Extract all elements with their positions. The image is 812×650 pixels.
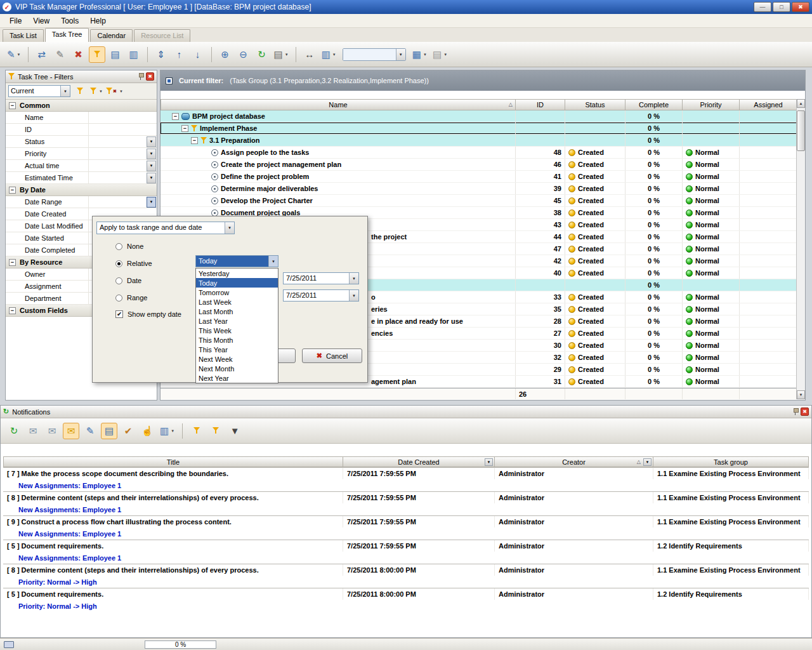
column-header-status[interactable]: Status [565, 99, 625, 110]
filter-row-estimated-time[interactable]: Estimated Time▼ [6, 172, 157, 184]
list-item-next-month[interactable]: Next Month [196, 364, 278, 373]
filter-row-value[interactable]: ▼ [89, 160, 157, 171]
checkbox-checked-icon[interactable]: ✔ [115, 310, 123, 318]
move-task-button[interactable]: ⇄ [34, 46, 50, 63]
task-row[interactable]: Create the project management plan46Crea… [160, 159, 797, 171]
list-item-this-month[interactable]: This Month [196, 335, 278, 345]
list-item-this-week[interactable]: This Week [196, 326, 278, 335]
move-down-button[interactable]: ↓ [190, 46, 206, 63]
filter-button[interactable] [188, 423, 205, 439]
filter-check-icon[interactable] [166, 77, 173, 84]
dropdown-arrow-icon[interactable]: ▼ [60, 86, 70, 96]
apply-filter-button[interactable] [73, 85, 87, 98]
dropdown-arrow-icon[interactable]: ▼ [225, 222, 234, 234]
collapse-icon[interactable]: − [9, 102, 16, 109]
clear-filter-button[interactable] [207, 423, 224, 439]
list-item-last-week[interactable]: Last Week [196, 297, 278, 307]
notification-row[interactable]: [ 5 ] Document requirements.7/25/2011 8:… [3, 588, 809, 600]
dropdown-arrow-icon[interactable]: ▼ [147, 173, 156, 183]
menu-view[interactable]: View [27, 15, 55, 27]
radio-option-range[interactable]: Range [115, 293, 147, 302]
task-row[interactable]: Determine major deliverables39Created0 %… [160, 183, 797, 195]
open-message-button[interactable]: ✉ [63, 423, 79, 439]
relative-period-combo[interactable]: Today ▼ [195, 255, 278, 267]
filter-row-priority[interactable]: Priority▼ [6, 148, 157, 160]
task-row[interactable]: Assign people to the tasks48Created0 %No… [160, 147, 797, 159]
collapse-icon[interactable]: − [9, 259, 16, 266]
filter-section-by-date[interactable]: −By Date [6, 184, 157, 196]
fit-width-button[interactable]: ↔ [301, 46, 318, 63]
column-header-title[interactable]: Title [3, 456, 343, 467]
filter-row-value[interactable]: ▼ [89, 196, 157, 208]
decline-assignment-button[interactable]: ☝ [139, 423, 155, 439]
close-button[interactable]: ✖ [792, 2, 809, 12]
date-from-combo[interactable]: 7/25/2011 ▼ [283, 272, 359, 284]
radio-icon[interactable] [115, 243, 122, 250]
dropdown-arrow-icon[interactable]: ▼ [268, 256, 278, 267]
column-header-priority[interactable]: Priority [683, 99, 740, 110]
list-item-today[interactable]: Today [196, 278, 278, 288]
task-notes-button[interactable]: ▥ [126, 46, 142, 63]
tab-calendar[interactable]: Calendar [90, 29, 133, 42]
accept-assignment-button[interactable]: ✔ [120, 423, 136, 439]
layout-button[interactable]: ▦▼ [410, 46, 429, 63]
pin-icon[interactable] [792, 408, 799, 416]
notification-row[interactable]: [ 8 ] Determine content (steps and their… [3, 564, 809, 576]
notification-row[interactable]: [ 7 ] Make the process scope document de… [3, 467, 809, 479]
collapse-icon[interactable]: − [172, 113, 179, 120]
column-header-name[interactable]: Name△ [160, 99, 516, 110]
filter-row-value[interactable]: ▼ [89, 136, 157, 147]
group-row[interactable]: −BPM project database0 % [160, 110, 797, 123]
clear-filter-button[interactable]: ✖▼ [106, 85, 123, 98]
mark-read-button[interactable]: ✎ [82, 423, 98, 439]
cancel-button[interactable]: ✖ Cancel [302, 348, 362, 363]
collapse-icon[interactable]: − [9, 307, 16, 314]
dropdown-arrow-icon[interactable]: ▼ [349, 273, 358, 284]
group-row[interactable]: −3.1 Preparation0 % [160, 135, 797, 147]
move-up-button[interactable]: ↑ [171, 46, 188, 63]
notification-row[interactable]: [ 8 ] Determine content (steps and their… [3, 491, 809, 503]
filter-row-value[interactable]: ▼ [89, 172, 157, 183]
close-panel-button[interactable]: ✖ [801, 408, 809, 416]
move-vertical-button[interactable]: ⇕ [153, 46, 169, 63]
list-item-next-week[interactable]: Next Week [196, 354, 278, 364]
task-details-button[interactable]: ▤ [107, 46, 124, 63]
filter-row-name[interactable]: Name [6, 112, 157, 124]
tab-task-list[interactable]: Task List [3, 29, 44, 42]
apply-mode-combo[interactable]: Apply to task range and due date ▼ [96, 222, 235, 234]
filter-row-id[interactable]: ID [6, 124, 157, 136]
print-button[interactable]: ▤▼ [272, 46, 291, 63]
notification-detail-row[interactable]: Priority: Normal -> High [3, 576, 809, 588]
notification-row[interactable]: [ 9 ] Construct a process flow chart ill… [3, 515, 809, 527]
filter-row-date-range[interactable]: Date Range▼ [6, 196, 157, 208]
dropdown-arrow-icon[interactable]: ▼ [147, 197, 156, 208]
filter-row-actual-time[interactable]: Actual time▼ [6, 160, 157, 172]
menu-file[interactable]: File [4, 15, 27, 27]
task-row[interactable]: Define the project problem41Created0 %No… [160, 171, 797, 183]
radio-icon[interactable] [115, 295, 122, 302]
list-item-yesterday[interactable]: Yesterday [196, 269, 278, 278]
notification-detail-row[interactable]: New Assignments: Employee 1 [3, 503, 809, 515]
notification-row[interactable]: [ 5 ] Document requirements.7/25/2011 7:… [3, 540, 809, 552]
show-task-button[interactable]: ▤ [101, 423, 117, 439]
columns-button[interactable]: ▥▼ [158, 423, 176, 439]
radio-option-relative[interactable]: Relative [115, 259, 152, 268]
columns-button[interactable]: ▥▼ [320, 46, 338, 63]
filter-row-status[interactable]: Status▼ [6, 136, 157, 148]
list-item-this-year[interactable]: This Year [196, 345, 278, 354]
pin-icon[interactable] [138, 72, 144, 81]
task-row[interactable]: Develop the Project Charter45Created0 %N… [160, 195, 797, 207]
collapse-icon[interactable]: − [191, 137, 198, 144]
column-header-task-group[interactable]: Task group [653, 456, 809, 467]
filter-dropdown-icon[interactable]: ▼ [643, 458, 652, 466]
combo-field[interactable] [343, 49, 396, 60]
scrollbar-thumb[interactable] [797, 110, 805, 151]
export-button[interactable]: ▤▼ [431, 46, 449, 63]
delete-task-button[interactable]: ✖ [70, 46, 87, 63]
refresh-button[interactable]: ↻ [254, 46, 270, 63]
edit-task-button[interactable]: ✎ [52, 46, 69, 63]
list-item-next-year[interactable]: Next Year [196, 373, 278, 383]
radio-icon[interactable] [115, 277, 122, 284]
radio-selected-icon[interactable] [115, 260, 122, 267]
scroll-down-button[interactable]: ▼ [797, 390, 805, 399]
